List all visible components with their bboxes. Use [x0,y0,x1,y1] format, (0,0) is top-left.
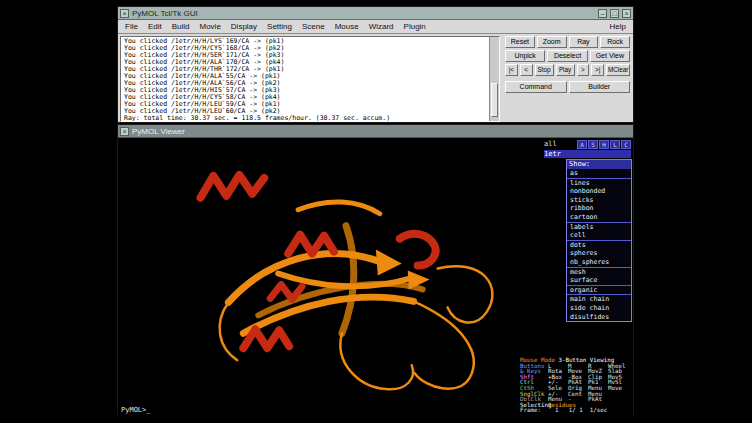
object-action-button[interactable]: S [588,140,598,149]
show-menu-header: Show: [567,160,631,169]
object-action-button[interactable]: L [610,140,620,149]
close-icon[interactable]: × [120,9,129,18]
mouse-mode-panel[interactable]: Mouse Mode 3-Button Viewing Buttons L M … [520,358,632,414]
button-row-movie: |<<StopPlay>>|MClear [505,64,630,76]
menu-item[interactable]: Edit [143,22,167,31]
gui-button[interactable]: Unpick [505,50,545,62]
movie-control-button[interactable]: Play [556,64,575,76]
viewer-3d-viewport[interactable]: all ASHLC 1etr Show: aslinesnonbondedsti… [118,138,633,416]
desktop: × PyMOL Tcl/Tk GUI – □ × FileEditBuildMo… [0,0,752,423]
show-menu-item[interactable]: nonbonded [567,187,631,196]
show-menu-item[interactable]: ribbon [567,204,631,213]
gui-button[interactable]: Reset [505,36,535,48]
object-label[interactable]: all [544,140,576,148]
menu-item[interactable]: Mouse [330,22,364,31]
window-title: PyMOL Tcl/Tk GUI [132,9,198,18]
menubar: FileEditBuildMovieDisplaySettingSceneMou… [118,20,633,34]
show-menu-item[interactable]: surface [567,276,631,285]
gui-button[interactable]: Deselect [547,50,587,62]
maximize-icon[interactable]: □ [610,9,619,18]
movie-control-button[interactable]: MClear [606,64,630,76]
show-menu-item[interactable]: main chain [567,294,631,304]
show-menu-item[interactable]: nb_spheres [567,258,631,267]
scrollbar-thumb[interactable] [491,83,498,117]
show-menu-item[interactable]: sticks [567,196,631,205]
gui-button[interactable]: Ray [569,36,599,48]
menu-item[interactable]: Build [167,22,195,31]
button-row-4: CommandBuilder [505,81,630,93]
movie-control-button[interactable]: < [520,64,533,76]
show-menu-item[interactable]: cartoon [567,213,631,222]
close-icon[interactable]: × [120,127,129,136]
show-menu-item[interactable]: as [567,169,631,178]
window-close-icon[interactable]: × [622,9,631,18]
button-row-1: ResetZoomRayRock [505,36,630,48]
movie-control-button[interactable]: >| [591,64,604,76]
menu-item[interactable]: Plugin [399,22,431,31]
gui-button[interactable]: Get View [590,50,630,62]
show-menu-item[interactable]: cell [567,231,631,240]
protein-structure[interactable] [118,138,545,416]
pymol-tcltk-gui-window: × PyMOL Tcl/Tk GUI – □ × FileEditBuildMo… [117,6,634,123]
show-menu-item[interactable]: labels [567,222,631,232]
show-menu-item[interactable]: organic [567,285,631,295]
gui-button[interactable]: Zoom [537,36,567,48]
log-line: Ray: total time: 30.37 sec. = 118.5 fram… [124,115,487,122]
movie-control-button[interactable]: Stop [535,64,554,76]
show-menu-item[interactable]: dots [567,240,631,250]
frame-counter: Frame: 1 1/ 1 1/sec [520,408,632,414]
object-panel: all ASHLC 1etr Show: aslinesnonbondedsti… [543,139,632,322]
log-output[interactable]: You clicked /1etr/H/H/LYS`169/CA -> (pk1… [120,36,500,122]
show-menu-item[interactable]: lines [567,178,631,188]
show-menu-item[interactable]: spheres [567,249,631,258]
menu-item[interactable]: File [120,22,143,31]
object-label-selected[interactable]: 1etr [544,150,631,158]
object-row-1etr[interactable]: 1etr [543,149,632,159]
menu-item-help[interactable]: Help [605,22,631,31]
pymol-viewer-window: × PyMOL Viewer [117,124,634,415]
menu-item[interactable]: Wizard [364,22,399,31]
gui-body: You clicked /1etr/H/H/LYS`169/CA -> (pk1… [118,34,633,124]
menu-item[interactable]: Display [226,22,262,31]
menu-item[interactable]: Movie [194,22,225,31]
menu-item[interactable]: Setting [262,22,297,31]
show-menu-item[interactable]: side chain [567,304,631,313]
gui-button[interactable]: Command [505,81,567,93]
show-menu-item[interactable]: mesh [567,267,631,277]
show-menu-item[interactable]: disulfides [567,313,631,322]
movie-control-button[interactable]: |< [505,64,518,76]
button-row-2: UnpickDeselectGet View [505,50,630,62]
object-action-button[interactable]: A [577,140,587,149]
object-action-button[interactable]: C [621,140,631,149]
titlebar[interactable]: × PyMOL Tcl/Tk GUI – □ × [118,7,633,20]
movie-control-button[interactable]: > [577,64,590,76]
command-prompt[interactable]: PyMOL>_ [121,406,151,414]
control-button-panel: ResetZoomRayRock UnpickDeselectGet View … [502,34,633,124]
object-action-button[interactable]: H [599,140,609,149]
viewer-titlebar[interactable]: × PyMOL Viewer [118,125,633,138]
menu-item[interactable]: Scene [297,22,330,31]
show-menu: Show: aslinesnonbondedsticksribboncartoo… [566,159,632,322]
log-scrollbar[interactable] [489,37,499,121]
viewer-window-title: PyMOL Viewer [132,127,185,136]
gui-button[interactable]: Rock [600,36,630,48]
minimize-icon[interactable]: – [598,9,607,18]
gui-button[interactable]: Builder [569,81,631,93]
object-row-all[interactable]: all ASHLC [543,139,632,149]
